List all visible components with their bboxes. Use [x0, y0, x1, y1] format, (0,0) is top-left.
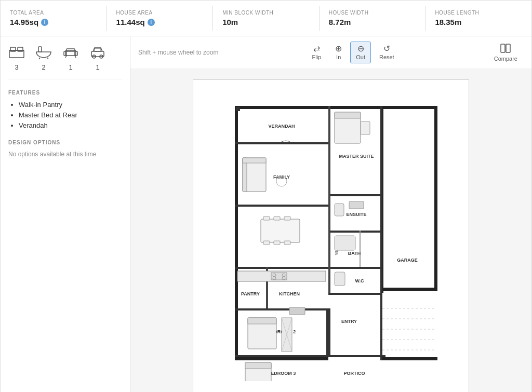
svg-rect-44 — [380, 106, 382, 360]
floorplan-canvas[interactable]: VERANDAH MASTER SUITE FAMILY ENSUITE DIN… — [130, 69, 531, 392]
svg-rect-39 — [235, 205, 328, 207]
svg-rect-33 — [328, 194, 330, 233]
svg-rect-76 — [245, 362, 271, 369]
svg-rect-24 — [380, 288, 437, 291]
features-list: Walk-in Pantry Master Bed at Rear Verand… — [8, 101, 122, 129]
bath-count: 2 — [42, 63, 45, 71]
zoom-in-button[interactable]: ⊕ In — [329, 42, 348, 63]
svg-rect-28 — [235, 142, 328, 144]
svg-rect-4 — [38, 47, 42, 52]
main-content: 3 2 — [1, 36, 531, 392]
toolbar-right: Compare — [488, 40, 524, 64]
house-width-stat: HOUSE WIDTH 8.72m — [320, 6, 426, 31]
svg-rect-43 — [235, 355, 328, 357]
svg-rect-22 — [235, 106, 383, 109]
house-width-value: 8.72m — [329, 18, 416, 26]
svg-rect-13 — [91, 51, 104, 57]
bed-count: 3 — [15, 63, 18, 71]
svg-rect-45 — [328, 293, 382, 295]
zoom-out-button[interactable]: ⊖ Out — [350, 42, 371, 63]
car-count: 1 — [96, 63, 99, 71]
svg-rect-69 — [289, 307, 305, 315]
svg-rect-2 — [18, 47, 23, 51]
svg-rect-29 — [328, 106, 330, 147]
svg-rect-31 — [328, 142, 330, 194]
svg-line-6 — [47, 58, 48, 59]
min-block-width-label: MIN BLOCK WIDTH — [222, 10, 310, 16]
total-area-value: 14.95sq i — [10, 18, 97, 26]
min-block-width-stat: MIN BLOCK WIDTH 10m — [213, 6, 320, 31]
svg-rect-79 — [335, 236, 355, 250]
svg-rect-54 — [243, 158, 266, 163]
house-length-value: 18.35m — [435, 18, 522, 26]
entry-label: ENTRY — [341, 319, 357, 324]
flip-button[interactable]: ⇄ Flip — [306, 42, 327, 63]
kitchen-label: KITCHEN — [279, 291, 300, 296]
living-count: 1 — [69, 63, 72, 71]
house-area-stat: HOUSE AREA 11.44sq i — [107, 6, 214, 31]
svg-rect-18 — [506, 44, 510, 52]
svg-rect-16 — [95, 48, 101, 51]
house-area-info-icon[interactable]: i — [148, 19, 155, 26]
car-icon-item: 1 — [89, 44, 106, 71]
house-length-label: HOUSE LENGTH — [435, 10, 522, 16]
svg-rect-19 — [204, 90, 458, 381]
svg-rect-42 — [235, 308, 328, 310]
garage-label: GARAGE — [397, 258, 418, 263]
portico-label: PORTICO — [343, 371, 365, 376]
feature-item-1: Walk-in Pantry — [19, 101, 122, 109]
svg-rect-27 — [380, 357, 437, 360]
master-suite-label: MASTER SUITE — [339, 154, 374, 159]
svg-rect-48 — [326, 308, 330, 357]
pantry-label: PANTRY — [241, 291, 260, 296]
bed-icon-item: 3 — [8, 44, 25, 71]
svg-rect-37 — [328, 267, 330, 295]
flip-icon: ⇄ — [313, 45, 320, 53]
svg-rect-40 — [235, 267, 328, 269]
svg-line-5 — [39, 58, 40, 59]
icon-row: 3 2 — [8, 44, 122, 79]
svg-rect-51 — [361, 121, 370, 134]
svg-rect-80 — [335, 272, 345, 286]
no-options-text: No options available at this time — [8, 151, 122, 158]
car-icon — [89, 44, 106, 61]
zoom-hint: Shift + mouse wheel to zoom — [138, 49, 218, 56]
design-options-label: DESIGN OPTIONS — [8, 140, 122, 145]
reset-icon: ↺ — [383, 45, 390, 53]
svg-rect-60 — [263, 241, 270, 245]
toolbar: Shift + mouse wheel to zoom ⇄ Flip ⊕ In … — [130, 36, 531, 69]
living-icon-item: 1 — [62, 44, 79, 71]
svg-rect-62 — [284, 241, 290, 245]
svg-rect-50 — [335, 112, 361, 118]
total-area-stat: TOTAL AREA 14.95sq i — [1, 6, 107, 31]
feature-item-3: Verandah — [19, 121, 122, 129]
reset-button[interactable]: ↺ Reset — [374, 42, 400, 63]
floorplan-area: Shift + mouse wheel to zoom ⇄ Flip ⊕ In … — [130, 36, 531, 392]
house-width-label: HOUSE WIDTH — [329, 10, 416, 16]
ensuite-label: ENSUITE — [346, 212, 366, 217]
bath-icon-item: 2 — [35, 44, 52, 71]
svg-rect-61 — [274, 241, 280, 245]
house-area-label: HOUSE AREA — [116, 10, 204, 16]
stats-bar: TOTAL AREA 14.95sq i HOUSE AREA 11.44sq … — [1, 1, 531, 36]
bath-label: BATH — [348, 251, 361, 256]
svg-rect-25 — [434, 106, 437, 291]
total-area-info-icon[interactable]: i — [41, 19, 48, 26]
total-area-label: TOTAL AREA — [10, 10, 97, 16]
svg-rect-71 — [248, 318, 276, 324]
svg-rect-77 — [335, 204, 344, 216]
svg-rect-38 — [360, 231, 361, 267]
bed-icon — [8, 44, 25, 61]
svg-rect-30 — [328, 194, 382, 196]
svg-rect-34 — [328, 267, 382, 269]
svg-rect-26 — [380, 106, 437, 109]
sofa-icon — [62, 44, 79, 61]
compare-button[interactable]: Compare — [488, 40, 524, 64]
bedroom3-label: BEDROOM 3 — [268, 371, 296, 376]
zoom-out-icon: ⊖ — [357, 45, 364, 53]
svg-rect-32 — [328, 231, 382, 233]
svg-rect-86 — [236, 107, 240, 111]
sidebar: 3 2 — [1, 36, 130, 392]
svg-rect-47 — [328, 355, 385, 357]
features-label: FEATURES — [8, 90, 122, 96]
